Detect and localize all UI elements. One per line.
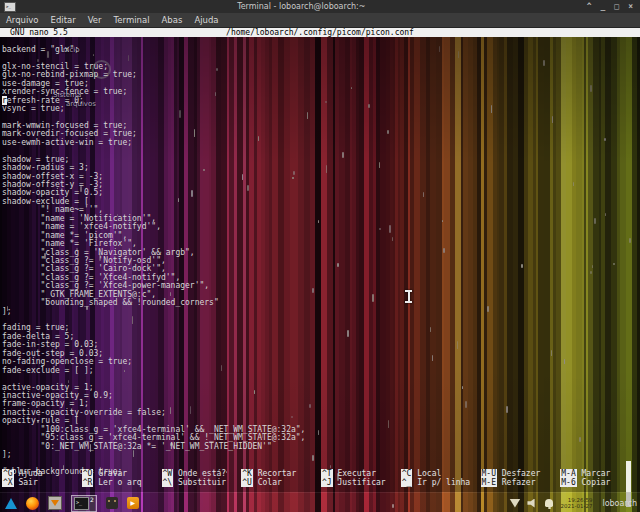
firefox-icon[interactable] [26,497,39,510]
nano-shortcut: ^U Colar [241,478,321,487]
nano-shortcut: ^T Executar [321,469,401,478]
workspace-badge: 2 [90,497,94,503]
download-arrow-icon [51,500,59,506]
nano-shortcut: ^X Sair [2,478,82,487]
panel-clock[interactable]: 19:26:59 2021-01-27 [560,497,592,509]
volume-icon[interactable] [527,499,538,508]
notification-bell-icon[interactable] [545,499,553,507]
minimize-button[interactable]: _ [601,1,606,13]
nano-shortcut: ^W Onde está? [162,469,242,478]
nano-shortcut: M-E Refazer [481,478,561,487]
terminal-menubar: ArquivoEditarVerTerminalAbasAjuda [0,13,640,28]
terminal-content[interactable]: GNU nano 5.5 /home/loboarch/.config/pico… [0,27,640,492]
nano-shortcut: ^O Gravar [82,469,162,478]
desktop-screen: Início Sistema arquivos >_ Terminal - lo… [0,0,640,512]
terminal-titlebar[interactable]: >_ Terminal - loboarch@loboarch:~ ^ _ □ … [0,0,640,14]
desktop-icon-ghost [92,60,111,79]
wifi-icon[interactable] [509,499,520,508]
menu-item-arquivo[interactable]: Arquivo [0,15,45,25]
menu-item-abas[interactable]: Abas [156,15,189,25]
installer-icon[interactable] [48,496,62,510]
nano-version-label: GNU nano 5.5 [10,28,68,37]
terminal-icon: >_ [74,497,89,510]
terminal-window-icon: >_ [4,2,16,12]
nano-config-text: backend = "glx"; glx-no-stencil = true;g… [2,46,305,476]
window-title: Terminal - loboarch@loboarch:~ [16,2,587,11]
user-label[interactable]: loboarch [602,499,637,508]
nano-shortcut: ^\ Substituir [162,478,242,487]
nano-shortcut-bar: ^G Ajuda^O Gravar^W Onde está?^K Recorta… [2,469,640,487]
cat-app-icon[interactable] [106,497,118,509]
nano-titlebar: GNU nano 5.5 /home/loboarch/.config/pico… [0,28,640,37]
menu-item-editar[interactable]: Editar [45,15,82,25]
nano-shortcut: ^J Justificar [321,478,401,487]
window-buttons: ^ _ □ × [587,1,633,13]
menu-item-ajuda[interactable]: Ajuda [188,15,224,25]
nano-shortcut: ^_ Ir p/ linha [401,478,481,487]
terminal-taskbar-button[interactable]: >_ 2 [71,495,97,512]
nano-file-path: /home/loboarch/.config/picom/picon.conf [226,28,414,37]
shade-button[interactable]: ^ [587,1,592,13]
nano-shortcut: ^G Ajuda [2,469,82,478]
nano-shortcut: M-U Desfazer [481,469,561,478]
nano-shortcut: ^R Ler o arq [82,478,162,487]
desktop-icon-label-inicio: Início [61,46,80,54]
desktop-icon-label-arquivos: arquivos [66,100,96,108]
close-button[interactable]: × [628,1,633,13]
nano-shortcut: ^K Recortar [241,469,321,478]
menu-item-terminal[interactable]: Terminal [108,15,156,25]
clock-date: 2021-01-27 [560,503,592,509]
system-tray: 19:26:59 2021-01-27 loboarch [509,497,637,509]
maximize-button[interactable]: □ [614,1,619,13]
menu-item-ver[interactable]: Ver [82,15,108,25]
arch-menu-icon[interactable] [5,498,17,509]
taskbar-panel: >_ 2 ▶ 19:26:59 2021-01-27 loboarch [0,492,640,512]
ibeam-cursor [405,290,412,303]
desktop-icon-label-sistema: Sistema [53,91,81,99]
media-player-icon[interactable]: ▶ [127,497,139,509]
nano-shortcut: ^C Local [401,469,481,478]
panel-launchers: >_ 2 ▶ [5,495,139,512]
